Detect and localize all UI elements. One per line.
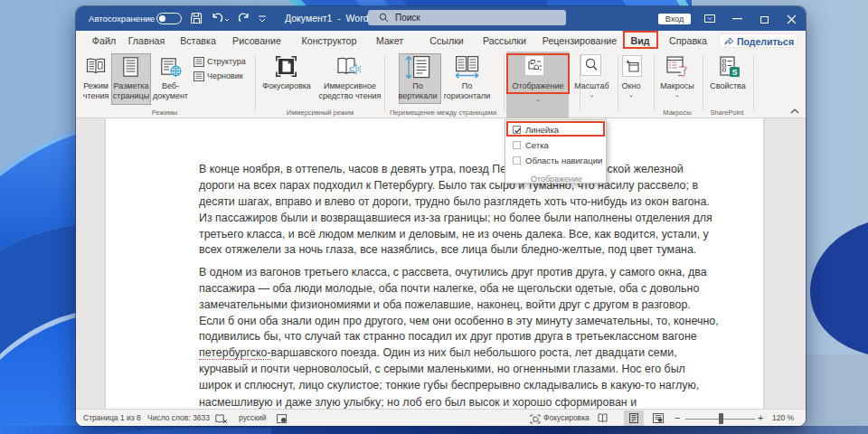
svg-text:S: S <box>732 68 738 77</box>
